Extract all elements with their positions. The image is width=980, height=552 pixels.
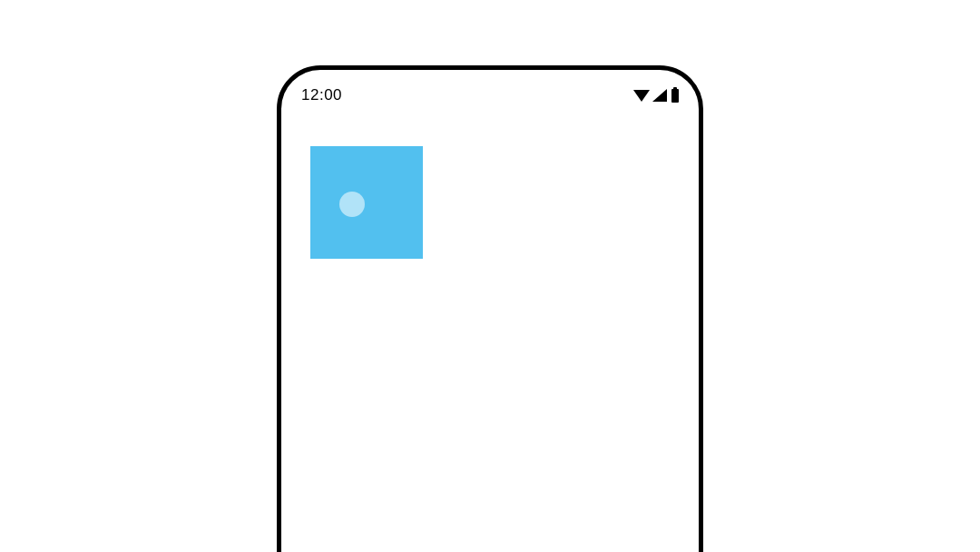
battery-icon xyxy=(671,89,679,103)
status-time: 12:00 xyxy=(301,86,342,104)
phone-frame: 12:00 xyxy=(277,65,703,552)
signal-icon xyxy=(652,89,667,102)
wifi-icon xyxy=(633,90,650,102)
draggable-square[interactable] xyxy=(310,146,423,259)
status-icons xyxy=(633,89,679,103)
status-bar: 12:00 xyxy=(281,70,699,108)
touch-ripple-indicator xyxy=(339,192,365,217)
content-area xyxy=(281,108,699,259)
